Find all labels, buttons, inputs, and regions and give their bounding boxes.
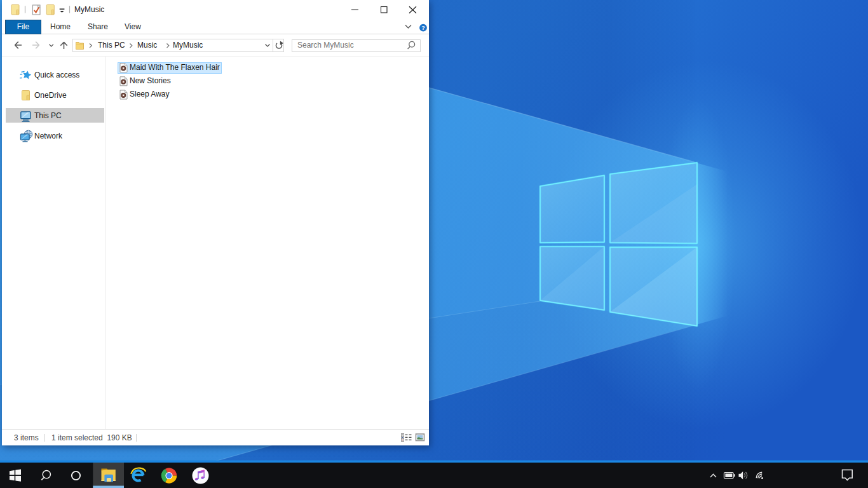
svg-text:?: ?	[421, 25, 425, 31]
